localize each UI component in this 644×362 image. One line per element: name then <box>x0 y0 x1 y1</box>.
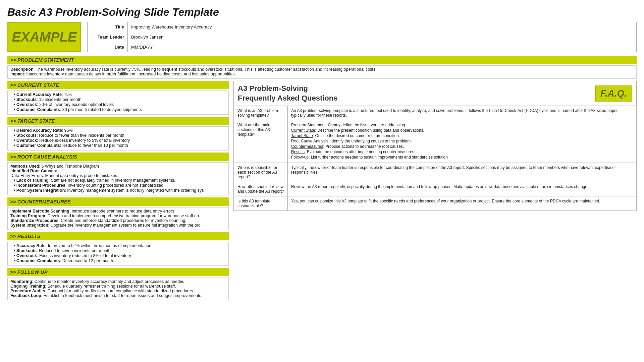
left-column: >> CURRENT STATE Current Accuracy Rate: … <box>7 81 229 302</box>
fu-item-3: Procedure Audits: Conduct bi-monthly aud… <box>10 289 226 293</box>
list-item: Customer Complaints: Decreased to 12 per… <box>14 258 226 263</box>
faq-question-5: Is this A3 template customizable? <box>234 196 288 211</box>
list-item: Root Cause Analysis: Identify the underl… <box>291 139 633 143</box>
cm-item-1: Implement Barcode Scanning: Introduce ba… <box>10 209 226 214</box>
root-cause-section: >> ROOT CAUSE ANALYSIS Methods Used: 5 W… <box>7 153 229 195</box>
team-leader-value: Brooklyn Jansen <box>128 32 637 42</box>
list-item: Customer Complaints: 30 per month relate… <box>14 107 226 112</box>
faq-row-1: What is an A3 problem-solving template? … <box>234 106 636 120</box>
cm-item-4: System Integration: Upgrade the inventor… <box>10 223 226 228</box>
faq-title: A3 Problem-Solving Frequently Asked Ques… <box>238 84 337 103</box>
ps-description-text: : The warehouse inventory accuracy rate … <box>34 67 377 72</box>
right-column: A3 Problem-Solving Frequently Asked Ques… <box>233 81 637 302</box>
page-title: Basic A3 Problem-Solving Slide Template <box>7 6 637 18</box>
results-section: >> RESULTS Accuracy Rate: Improved to 92… <box>7 232 229 266</box>
list-item: Results: Evaluate the outcomes after imp… <box>291 149 633 154</box>
faq-row-4: How often should I review and update the… <box>234 182 636 196</box>
ps-impact-label: Impact <box>10 72 24 76</box>
faq-answer-5: Yes, you can customize this A3 template … <box>288 196 636 211</box>
current-state-content: Current Accuracy Rate: 75% Stockouts: 15… <box>7 90 229 115</box>
list-item: Overstock: Reduce excess inventory to 5%… <box>14 138 226 143</box>
list-item: Stockouts: Reduce to fewer than five inc… <box>14 133 226 138</box>
team-leader-label: Team Leader <box>88 32 128 42</box>
results-content: Accuracy Rate: Improved to 92% within th… <box>7 242 229 266</box>
list-item: Stockouts: Reduced to seven incidents pe… <box>14 248 226 253</box>
follow-up-header: >> FOLLOW UP <box>7 268 229 276</box>
target-state-section: >> TARGET STATE Desired Accuracy Rate: 9… <box>7 117 229 150</box>
list-item: Follow-up: List further actions needed t… <box>291 155 633 160</box>
list-item: Stockouts: 15 incidents per month <box>14 97 226 102</box>
follow-up-content: Monitoring: Continue to monitor inventor… <box>7 278 229 300</box>
faq-question-4: How often should I review and update the… <box>234 182 288 196</box>
info-row-date: Date MM/DD/YY <box>88 42 637 52</box>
faq-answer-1: An A3 problem-solving template is a stru… <box>288 106 636 120</box>
results-list: Accuracy Rate: Improved to 92% within th… <box>10 243 226 263</box>
faq-title-line2: Frequently Asked Questions <box>238 94 337 103</box>
current-state-section: >> CURRENT STATE Current Accuracy Rate: … <box>7 81 229 115</box>
current-state-list: Current Accuracy Rate: 75% Stockouts: 15… <box>10 92 226 112</box>
fu-item-1: Monitoring: Continue to monitor inventor… <box>10 279 226 284</box>
title-label: Title <box>88 22 128 32</box>
list-item: Current State: Describe the present cond… <box>291 128 633 133</box>
faq-row-3: Who is responsible for each section of t… <box>234 163 636 182</box>
root-cause-content: Methods Used: 5 Whys and Fishbone Diagra… <box>7 162 229 195</box>
ps-description: Description: The warehouse inventory acc… <box>10 67 377 72</box>
methods-used: Methods Used: 5 Whys and Fishbone Diagra… <box>10 164 226 169</box>
example-badge: EXAMPLE <box>7 22 81 52</box>
faq-badge: F.A.Q. <box>595 85 632 102</box>
list-item: Accuracy Rate: Improved to 92% within th… <box>14 243 226 248</box>
list-item: Target State: Outline the desired outcom… <box>291 133 633 138</box>
faq-answer-2: Problem Statement: Clearly define the is… <box>288 120 636 163</box>
list-item: Problem Statement: Clearly define the is… <box>291 123 633 127</box>
ps-impact-text: : Inaccurate inventory data causes delay… <box>24 72 236 76</box>
problem-statement-header: >> PROBLEM STATEMENT <box>7 56 637 64</box>
date-label: Date <box>88 42 128 52</box>
cm-item-3: Standardize Procedures: Create and enfor… <box>10 218 226 223</box>
main-layout: >> CURRENT STATE Current Accuracy Rate: … <box>7 81 637 302</box>
root-cause-header: >> ROOT CAUSE ANALYSIS <box>7 153 229 161</box>
faq-row-2: What are the main sections of this A3 te… <box>234 120 636 163</box>
title-value: Improving Warehouse Inventory Accuracy <box>128 22 637 32</box>
faq-question-2: What are the main sections of this A3 te… <box>234 120 288 163</box>
faq-question-3: Who is responsible for each section of t… <box>234 163 288 182</box>
root-cause-intro: Data Entry Errors: Manual data entry is … <box>10 173 226 178</box>
target-state-list: Desired Accuracy Rate: 95% Stockouts: Re… <box>10 128 226 148</box>
faq-title-line1: A3 Problem-Solving <box>238 84 337 94</box>
info-row-title: Title Improving Warehouse Inventory Accu… <box>88 22 637 32</box>
list-item: Overstock: 20% of inventory exceeds opti… <box>14 102 226 107</box>
countermeasures-content: Implement Barcode Scanning: Introduce ba… <box>7 207 229 230</box>
list-item: Customer Complaints: Reduce to fewer tha… <box>14 143 226 148</box>
faq-row-5: Is this A3 template customizable? Yes, y… <box>234 196 636 211</box>
current-state-header: >> CURRENT STATE <box>7 81 229 89</box>
list-item: Inconsistent Procedures: Inventory count… <box>14 183 226 188</box>
countermeasures-section: >> COUNTERMEASURES Implement Barcode Sca… <box>7 197 229 230</box>
list-item: Countermeasures: Propose actions to addr… <box>291 144 633 149</box>
fu-item-2: Ongoing Training: Schedule quarterly ref… <box>10 284 226 289</box>
date-value: MM/DD/YY <box>128 42 637 52</box>
list-item: Overstock: Excess inventory reduced to 8… <box>14 253 226 258</box>
cm-item-2: Training Program: Develop and implement … <box>10 214 226 218</box>
target-state-content: Desired Accuracy Rate: 95% Stockouts: Re… <box>7 126 229 150</box>
faq-answer-list: Problem Statement: Clearly define the is… <box>291 123 633 160</box>
info-row-team-leader: Team Leader Brooklyn Jansen <box>88 32 637 42</box>
list-item: Lack of Training: Staff are not adequate… <box>14 178 226 183</box>
results-header: >> RESULTS <box>7 232 229 240</box>
page-container: Basic A3 Problem-Solving Slide Template … <box>0 0 644 362</box>
fu-item-4: Feedback Loop: Establish a feedback mech… <box>10 293 226 298</box>
root-cause-list: Lack of Training: Staff are not adequate… <box>10 178 226 193</box>
faq-table: What is an A3 problem-solving template? … <box>234 106 636 211</box>
info-table: Title Improving Warehouse Inventory Accu… <box>87 22 637 52</box>
list-item: Poor System Integration: Inventory manag… <box>14 188 226 193</box>
countermeasures-header: >> COUNTERMEASURES <box>7 197 229 206</box>
ps-description-label: Description <box>10 67 34 72</box>
follow-up-section: >> FOLLOW UP Monitoring: Continue to mon… <box>7 268 229 300</box>
identified-root-causes-label: Identified Root Causes: <box>10 169 226 173</box>
faq-question-1: What is an A3 problem-solving template? <box>234 106 288 120</box>
faq-answer-4: Review the A3 report regularly, especial… <box>288 182 636 196</box>
problem-statement-section: >> PROBLEM STATEMENT Description: The wa… <box>7 56 637 79</box>
top-section: EXAMPLE Title Improving Warehouse Invent… <box>7 22 637 52</box>
list-item: Desired Accuracy Rate: 95% <box>14 128 226 133</box>
faq-section: A3 Problem-Solving Frequently Asked Ques… <box>233 81 637 211</box>
faq-header: A3 Problem-Solving Frequently Asked Ques… <box>234 81 636 106</box>
faq-answer-3: Typically, the owner or team leader is r… <box>288 163 636 182</box>
